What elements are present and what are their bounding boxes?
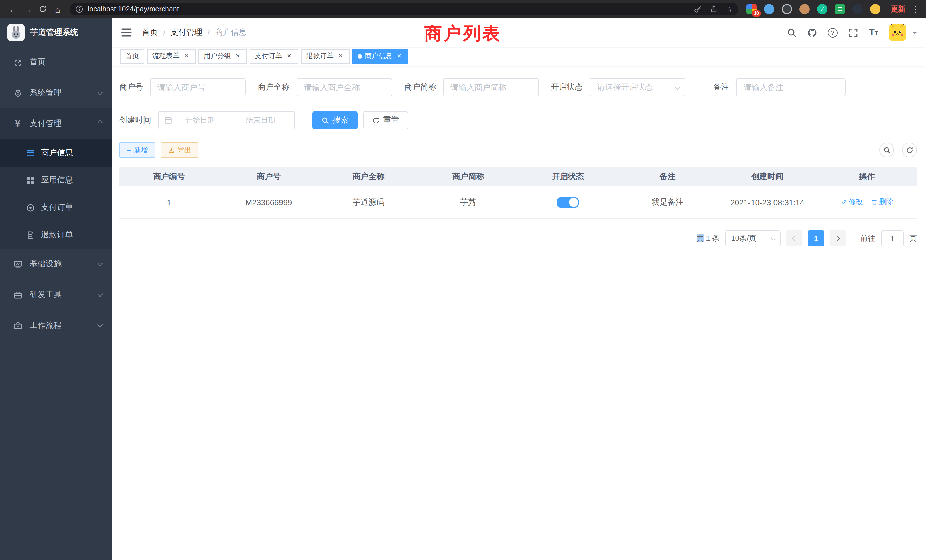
pagination-total-rest: 1 条 [704, 234, 720, 242]
tab-process-form[interactable]: 流程表单 × [147, 49, 195, 64]
help-icon[interactable]: ? [828, 28, 838, 37]
reload-button[interactable] [35, 2, 50, 17]
date-separator: - [228, 116, 233, 125]
site-info-icon[interactable] [75, 5, 83, 13]
toggle-search-button[interactable] [879, 142, 894, 157]
sidebar-item-label: 应用信息 [41, 175, 73, 185]
add-button[interactable]: + 新增 [119, 142, 155, 158]
github-icon[interactable] [807, 28, 817, 37]
close-icon[interactable]: × [395, 52, 403, 60]
refresh-button[interactable] [902, 142, 917, 157]
chevron-right-icon [835, 236, 840, 241]
short-name-input[interactable] [443, 78, 539, 96]
breadcrumb-home[interactable]: 首页 [142, 27, 158, 38]
table-row: 1 M233666999 芋道源码 芋艿 我是备注 2021-10-23 08:… [119, 186, 917, 219]
filter-short-name: 商户简称 [404, 78, 539, 96]
cell-create-time: 2021-10-23 08:31:14 [717, 198, 817, 207]
plus-icon: + [127, 146, 131, 154]
tab-merchant-info[interactable]: 商户信息 × [353, 49, 408, 64]
briefcase-icon [12, 321, 23, 330]
sidebar-item-home[interactable]: 首页 [0, 47, 112, 77]
avatar-caret-icon[interactable] [912, 32, 917, 36]
close-icon[interactable]: × [234, 52, 242, 60]
prev-page-button[interactable] [786, 230, 802, 246]
filter-full-name: 商户全称 [258, 78, 392, 96]
gear-icon [12, 89, 23, 97]
column-header: 操作 [817, 171, 917, 182]
sidebar-item-pay-order[interactable]: 支付订单 [0, 194, 112, 221]
extension-badge: 10 [752, 10, 761, 17]
sidebar-item-workflow[interactable]: 工作流程 [0, 310, 112, 341]
search-icon[interactable] [787, 28, 797, 37]
reset-button[interactable]: 重置 [363, 111, 408, 129]
extension-icon[interactable] [782, 4, 792, 14]
tab-refund-order[interactable]: 退款订单 × [301, 49, 350, 64]
sidebar-item-dev-tools[interactable]: 研发工具 [0, 279, 112, 310]
font-size-icon[interactable]: TT [869, 27, 878, 38]
share-icon[interactable] [710, 5, 718, 13]
status-toggle[interactable] [557, 197, 580, 208]
sidebar-fold-icon[interactable] [121, 27, 133, 38]
tab-user-group[interactable]: 用户分组 × [198, 49, 247, 64]
extension-icon[interactable] [852, 4, 863, 14]
extension-check-icon[interactable] [817, 4, 828, 14]
column-header: 创建时间 [717, 171, 817, 182]
tab-label: 流程表单 [152, 51, 180, 61]
table-header-row: 商户编号 商户号 商户全称 商户简称 开启状态 备注 创建时间 操作 [119, 167, 917, 186]
sidebar-item-system-management[interactable]: 系统管理 [0, 77, 112, 108]
filter-label: 商户号 [119, 82, 143, 92]
extensions-puzzle-icon[interactable]: 10 [746, 4, 757, 14]
url-text[interactable]: localhost:1024/pay/merchant [88, 5, 694, 13]
sidebar-item-infrastructure[interactable]: 基础设施 [0, 249, 112, 279]
edit-link[interactable]: 修改 [841, 197, 863, 207]
remark-input[interactable] [736, 78, 846, 96]
filter-create-time: 创建时间 开始日期 - 结束日期 [119, 111, 295, 129]
address-bar[interactable]: localhost:1024/pay/merchant ☆ [70, 3, 738, 15]
sidebar-item-label: 系统管理 [30, 88, 62, 98]
browser-menu-icon[interactable]: ⋮ [911, 5, 920, 14]
sidebar-item-payment-management[interactable]: ¥ 支付管理 [0, 108, 112, 139]
tab-pay-order[interactable]: 支付订单 × [250, 49, 298, 64]
password-key-icon[interactable] [694, 5, 702, 13]
date-start-placeholder[interactable]: 开始日期 [172, 115, 228, 126]
close-icon[interactable]: × [336, 52, 344, 60]
sidebar-group-payment: ¥ 支付管理 商户信息 应用信息 支付订单 退 [0, 108, 112, 249]
extension-face-icon[interactable] [870, 4, 881, 14]
browser-update-button[interactable]: 更新 [891, 4, 905, 14]
date-end-placeholder[interactable]: 结束日期 [233, 115, 289, 126]
close-icon[interactable]: × [183, 52, 191, 60]
page-number-button[interactable]: 1 [808, 230, 824, 246]
search-icon [883, 146, 890, 154]
extension-icon[interactable] [764, 4, 774, 14]
credit-card-icon [25, 148, 35, 157]
merchant-no-input[interactable] [150, 78, 246, 96]
status-select[interactable]: 请选择开启状态 [590, 78, 685, 96]
export-button[interactable]: 导出 [161, 142, 198, 158]
back-button[interactable]: ← [6, 2, 21, 17]
chevron-down-icon [97, 260, 103, 266]
tab-home[interactable]: 首页 [120, 49, 144, 64]
cell-short-name: 芋艿 [418, 197, 518, 207]
forward-button[interactable]: → [21, 2, 35, 17]
sidebar-item-merchant-info[interactable]: 商户信息 [0, 139, 112, 166]
full-name-input[interactable] [297, 78, 392, 96]
bookmark-star-icon[interactable]: ☆ [726, 5, 733, 13]
date-range-picker[interactable]: 开始日期 - 结束日期 [158, 111, 295, 129]
fullscreen-icon[interactable] [849, 28, 858, 37]
sidebar-item-app-info[interactable]: 应用信息 [0, 166, 112, 194]
breadcrumb-payment[interactable]: 支付管理 [171, 27, 203, 38]
goto-suffix: 页 [909, 233, 917, 244]
top-navbar: 首页 / 支付管理 / 商户信息 ? TT [112, 18, 926, 47]
home-button[interactable]: ⌂ [50, 2, 65, 17]
delete-link[interactable]: 删除 [871, 197, 893, 207]
app-logo[interactable]: 芋道管理系统 [0, 18, 112, 47]
next-page-button[interactable] [830, 230, 846, 246]
profile-avatar-icon[interactable] [799, 4, 809, 14]
page-size-select[interactable]: 10条/页 [725, 230, 781, 246]
user-avatar[interactable] [889, 24, 906, 41]
search-button[interactable]: 搜索 [312, 111, 357, 129]
extension-doc-icon[interactable] [835, 4, 845, 14]
sidebar-item-refund-order[interactable]: 退款订单 [0, 221, 112, 249]
goto-page-input[interactable] [881, 230, 904, 246]
close-icon[interactable]: × [285, 52, 293, 60]
